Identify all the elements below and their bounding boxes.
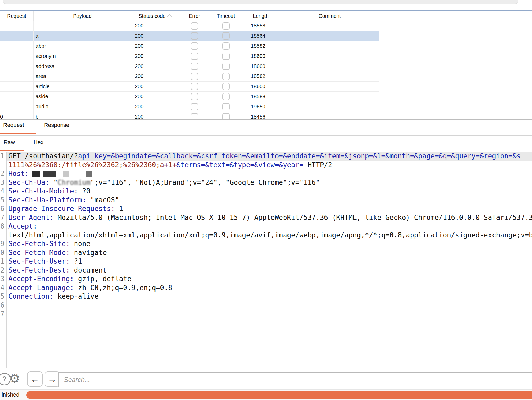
timeout-checkbox[interactable] (222, 83, 230, 90)
column-header-error[interactable]: Error (179, 11, 210, 21)
table-row[interactable]: audio 200 19650 (0, 102, 379, 112)
status-code-cell: 200 (131, 92, 179, 102)
error-checkbox[interactable] (191, 113, 198, 119)
code-line: 1 GET /southasian/?api_key=&begindate=&c… (0, 152, 532, 161)
status-code-cell: 200 (131, 51, 179, 62)
code-line: 7 User-Agent: Mozilla/5.0 (Macintosh; In… (0, 213, 532, 222)
error-checkbox[interactable] (191, 42, 198, 50)
previous-match-button[interactable]: ← (27, 371, 43, 387)
code-text (8, 301, 532, 310)
error-cell (179, 31, 210, 41)
timeout-checkbox[interactable] (222, 32, 230, 40)
status-code-cell: 200 (131, 31, 179, 41)
comment-cell (280, 102, 379, 112)
error-checkbox[interactable] (191, 103, 198, 110)
timeout-cell (210, 92, 241, 102)
code-line: 1111%26%2360:/title%26%2362;%26%2360;a+1… (0, 161, 532, 170)
attack-progress-bar (26, 391, 532, 399)
tab-raw[interactable]: Raw (4, 139, 15, 146)
column-header-timeout[interactable]: Timeout (210, 11, 241, 21)
code-line: 3 Sec-Ch-Ua: "Chromium";v="116", "Not)A;… (0, 178, 532, 187)
comment-cell (280, 31, 379, 41)
timeout-checkbox[interactable] (222, 73, 230, 80)
error-checkbox[interactable] (191, 32, 198, 40)
error-checkbox[interactable] (191, 93, 198, 100)
request-editor[interactable]: 1 GET /southasian/?api_key=&begindate=&c… (0, 152, 532, 368)
table-editor-splitter[interactable] (0, 119, 532, 120)
filter-bar[interactable] (3, 0, 518, 4)
request-number-cell (0, 71, 34, 82)
line-number: 5 (0, 292, 4, 301)
column-header-payload[interactable]: Payload (34, 11, 131, 21)
column-header-comment[interactable]: Comment (280, 11, 379, 21)
error-checkbox[interactable] (191, 73, 198, 80)
code-text: Sec-Fetch-User: ?1 (8, 257, 532, 266)
tab-request[interactable]: Request (3, 122, 24, 129)
request-number-cell (0, 102, 34, 112)
timeout-checkbox[interactable] (222, 93, 230, 100)
code-line: 8 Accept: (0, 222, 532, 231)
code-text: Sec-Ch-Ua-Mobile: ?0 (8, 187, 532, 196)
payload-cell: a (34, 31, 131, 41)
line-number: 9 (0, 240, 4, 248)
timeout-checkbox[interactable] (222, 63, 230, 70)
line-number: 7 (0, 310, 4, 319)
status-code-cell: 200 (131, 82, 179, 92)
payload-cell (34, 21, 131, 31)
length-cell: 18564 (241, 31, 280, 41)
table-row[interactable]: 200 18558 (0, 21, 379, 31)
payload-cell: abbr (34, 41, 131, 51)
comment-cell (280, 61, 379, 71)
table-row[interactable]: abbr 200 18582 (0, 41, 379, 51)
table-row[interactable]: address 200 18600 (0, 61, 379, 71)
code-line: 4 Accept-Language: zh-CN,zh;q=0.9,en;q=0… (0, 284, 532, 292)
status-code-cell: 200 (131, 21, 179, 31)
code-line: 1 Sec-Fetch-User: ?1 (0, 257, 532, 266)
request-number-cell (0, 41, 34, 51)
line-number: 7 (0, 213, 4, 222)
table-row[interactable]: article 200 18600 (0, 82, 379, 92)
length-cell: 18582 (241, 71, 280, 82)
table-row[interactable]: a 200 18564 (0, 31, 379, 41)
code-text: text/html,application/xhtml+xml,applicat… (8, 231, 532, 240)
comment-cell (280, 21, 379, 31)
error-checkbox[interactable] (191, 22, 198, 30)
comment-cell (280, 82, 379, 92)
next-match-button[interactable]: → (45, 371, 60, 387)
timeout-checkbox[interactable] (222, 53, 230, 60)
line-number: 1 (0, 257, 4, 266)
length-cell: 18600 (241, 61, 280, 71)
timeout-checkbox[interactable] (222, 103, 230, 110)
column-label: Payload (73, 13, 91, 19)
table-row[interactable]: area 200 18582 (0, 71, 379, 82)
code-line: 5 Sec-Ch-Ua-Platform: "macOS" (0, 196, 532, 205)
redacted-value (32, 171, 40, 177)
code-text: User-Agent: Mozilla/5.0 (Macintosh; Inte… (8, 213, 532, 222)
left-arrow-icon: ← (31, 374, 40, 384)
column-header-length[interactable]: Length (241, 11, 280, 21)
error-checkbox[interactable] (191, 53, 198, 60)
length-cell: 19650 (241, 102, 280, 112)
payload-cell: area (34, 71, 131, 82)
search-input[interactable] (58, 372, 532, 387)
active-tab-indicator (0, 133, 36, 134)
column-header-request[interactable]: Request (0, 11, 34, 21)
tab-hex[interactable]: Hex (34, 139, 43, 146)
timeout-checkbox[interactable] (222, 42, 230, 50)
table-row[interactable]: 0 b 200 18456 (0, 112, 379, 119)
error-checkbox[interactable] (191, 83, 198, 90)
column-header-status-code[interactable]: Status code (131, 11, 179, 21)
timeout-cell (210, 41, 241, 51)
comment-cell (280, 112, 379, 119)
error-checkbox[interactable] (191, 63, 198, 70)
code-text: Sec-Ch-Ua: "Chromium";v="116", "Not)A;Br… (8, 178, 532, 187)
table-row[interactable]: acronym 200 18600 (0, 51, 379, 62)
tab-response[interactable]: Response (44, 122, 69, 129)
request-number-cell (0, 31, 34, 41)
timeout-checkbox[interactable] (222, 113, 230, 119)
timeout-checkbox[interactable] (222, 22, 230, 30)
payload-cell: address (34, 61, 131, 71)
gear-icon[interactable]: ⚙ (9, 370, 20, 387)
table-row[interactable]: aside 200 18588 (0, 92, 379, 102)
gear-glyph: ⚙ (9, 371, 20, 385)
